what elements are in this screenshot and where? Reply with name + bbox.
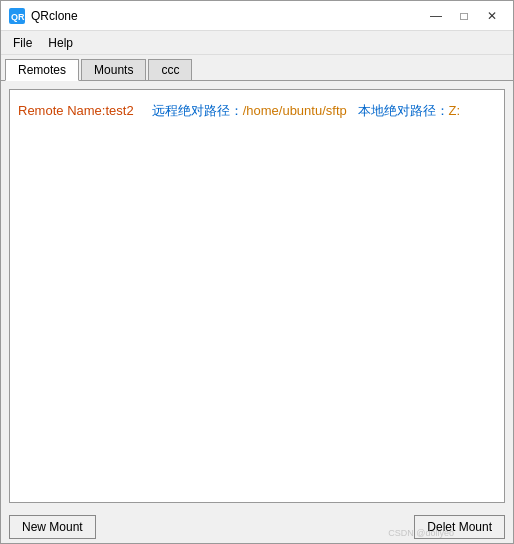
- local-path-value: Z:: [449, 103, 461, 118]
- tab-remotes[interactable]: Remotes: [5, 59, 79, 81]
- window-controls: — □ ✕: [423, 6, 505, 26]
- bottom-bar: New Mount Delet Mount: [1, 511, 513, 543]
- remote-path-value: /home/ubuntu/sftp: [243, 103, 347, 118]
- content-panel: Remote Name:test2 远程绝对路径：/home/ubuntu/sf…: [9, 89, 505, 503]
- tab-ccc[interactable]: ccc: [148, 59, 192, 80]
- remote-name-label: Remote Name:: [18, 103, 105, 118]
- tab-bar: Remotes Mounts ccc: [1, 55, 513, 81]
- remote-path-label: 远程绝对路径：: [152, 103, 243, 118]
- minimize-button[interactable]: —: [423, 6, 449, 26]
- menu-help[interactable]: Help: [40, 34, 81, 52]
- maximize-button[interactable]: □: [451, 6, 477, 26]
- window-title: QRclone: [31, 9, 423, 23]
- new-mount-button[interactable]: New Mount: [9, 515, 96, 539]
- title-bar: QR QRclone — □ ✕: [1, 1, 513, 31]
- close-button[interactable]: ✕: [479, 6, 505, 26]
- remote-name-value: test2: [105, 103, 133, 118]
- menu-bar: File Help: [1, 31, 513, 55]
- main-window: QR QRclone — □ ✕ File Help Remotes Mount…: [0, 0, 514, 544]
- svg-text:QR: QR: [11, 12, 25, 22]
- menu-file[interactable]: File: [5, 34, 40, 52]
- local-path-label: 本地绝对路径：: [358, 103, 449, 118]
- tab-mounts[interactable]: Mounts: [81, 59, 146, 80]
- list-item: Remote Name:test2 远程绝对路径：/home/ubuntu/sf…: [18, 98, 496, 124]
- watermark: CSDN @doliyeo: [388, 528, 454, 538]
- app-icon: QR: [9, 8, 25, 24]
